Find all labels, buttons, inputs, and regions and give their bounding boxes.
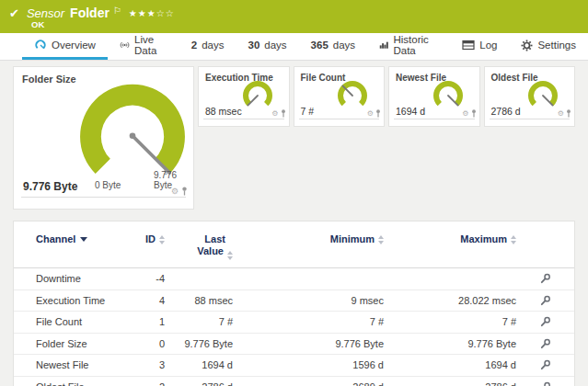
- gauge-settings-icon[interactable]: ⚙: [367, 109, 374, 118]
- mini-gauge-value: 1694 d: [396, 106, 425, 117]
- channel-name-cell: File Count: [14, 316, 143, 327]
- channel-settings-wrench-icon[interactable]: [540, 273, 551, 284]
- channel-settings-wrench-icon[interactable]: [540, 316, 551, 327]
- panel-divider: [21, 197, 186, 198]
- pin-icon[interactable]: [566, 109, 571, 118]
- pin-icon[interactable]: [281, 109, 286, 118]
- tab-live-data[interactable]: Live Data: [108, 33, 179, 60]
- gauge-settings-icon[interactable]: ⚙: [171, 187, 179, 196]
- gauge-icon: [34, 39, 47, 51]
- tab-30-days[interactable]: 30days: [236, 33, 299, 60]
- sensor-title: Folder: [70, 6, 110, 20]
- mini-gauge-panel: Newest File 1694 d ⚙: [388, 66, 480, 127]
- pin-icon[interactable]: [471, 109, 477, 118]
- log-icon: [462, 40, 475, 51]
- mini-gauge-value: 88 msec: [205, 106, 242, 117]
- bar-chart-icon: [379, 40, 388, 51]
- column-header-maximum[interactable]: Maximum: [384, 233, 516, 245]
- sort-icon: [511, 233, 516, 244]
- channel-name-cell: Oldest File: [14, 381, 143, 386]
- tab-log[interactable]: Log: [450, 33, 509, 60]
- tab-365-days[interactable]: 365days: [299, 33, 367, 60]
- last-value-cell: 7 #: [165, 316, 233, 327]
- sort-caret-icon: [80, 237, 87, 242]
- channel-table-body: Downtime -4 Execution Time 4 88 msec 9 m…: [14, 268, 574, 386]
- channel-settings-wrench-icon[interactable]: [540, 359, 551, 370]
- table-row: Execution Time 4 88 msec 9 msec 28.022 m…: [14, 290, 574, 312]
- minimum-cell: 2689 d: [233, 381, 384, 386]
- channel-table-header: Channel ID Last Value Minimum Maximum: [14, 221, 574, 268]
- gauge-settings-icon[interactable]: ⚙: [462, 109, 468, 118]
- column-header-id[interactable]: ID: [143, 233, 165, 245]
- mini-gauge-panel: File Count 7 # ⚙: [294, 66, 386, 127]
- minimum-cell: 7 #: [233, 316, 384, 327]
- channel-name-cell: Folder Size: [14, 338, 143, 349]
- tab-settings[interactable]: Settings: [509, 33, 588, 60]
- panel-divider: [299, 119, 380, 119]
- table-row: Folder Size 0 9.776 Byte 9.776 Byte 9.77…: [14, 334, 574, 356]
- tab-overview[interactable]: Overview: [22, 33, 108, 60]
- last-value-cell: 88 msec: [165, 295, 233, 306]
- priority-flag-icon[interactable]: ⚐: [113, 6, 121, 16]
- channel-table: Channel ID Last Value Minimum Maximum D: [13, 221, 575, 386]
- maximum-cell: 1694 d: [384, 359, 516, 370]
- table-row: Downtime -4: [14, 268, 574, 290]
- gauge-scale-min: 0 Byte: [95, 180, 121, 190]
- sensor-type-label: Sensor: [27, 6, 64, 20]
- tab-2-days[interactable]: 2days: [179, 33, 236, 60]
- panel-divider: [490, 119, 571, 119]
- table-row: File Count 1 7 # 7 # 7 #: [14, 312, 574, 334]
- column-header-last-value[interactable]: Last Value: [165, 233, 233, 260]
- mini-gauges-row: Execution Time 88 msec ⚙ File Count 7 # …: [198, 66, 575, 127]
- maximum-cell: 9.776 Byte: [384, 338, 516, 349]
- minimum-cell: 9.776 Byte: [233, 338, 384, 349]
- channel-id-cell: 1: [143, 316, 165, 327]
- mini-gauge: [239, 77, 276, 114]
- channel-name-cell: Execution Time: [14, 295, 143, 306]
- overview-content: Folder Size $ 0 Byte 9.776 Byte 9.776 By…: [0, 61, 588, 386]
- channel-id-cell: 2: [143, 381, 165, 386]
- gauge-current-value: 9.776 Byte: [23, 180, 77, 193]
- maximum-cell: 2786 d: [384, 381, 516, 386]
- gauge-settings-icon[interactable]: ⚙: [271, 109, 278, 118]
- channel-id-cell: 3: [143, 359, 165, 370]
- sort-icon: [227, 249, 233, 260]
- column-header-minimum[interactable]: Minimum: [233, 233, 384, 245]
- maximum-cell: 7 #: [384, 316, 516, 327]
- table-row: Oldest File 2 2786 d 2689 d 2786 d: [14, 377, 574, 386]
- channel-name-cell: Downtime: [14, 273, 143, 284]
- folder-size-gauge: [75, 80, 190, 183]
- pin-icon[interactable]: [375, 109, 381, 118]
- broadcast-icon: [120, 40, 130, 51]
- folder-size-gauge-panel: Folder Size $ 0 Byte 9.776 Byte 9.776 By…: [13, 66, 194, 210]
- sensor-header: ✔ Sensor Folder ⚐ ★★★☆☆ OK: [0, 0, 588, 33]
- minimum-cell: 1596 d: [233, 359, 384, 370]
- mini-gauge-value: 7 #: [301, 106, 315, 117]
- tab-bar: Overview Live Data 2days 30days 365days: [0, 33, 588, 61]
- mini-gauge-panel: Execution Time 88 msec ⚙: [198, 66, 290, 127]
- pin-icon[interactable]: [181, 187, 188, 196]
- channel-id-cell: 4: [143, 295, 165, 306]
- mini-gauge: [525, 77, 561, 114]
- channel-settings-wrench-icon[interactable]: [540, 381, 551, 386]
- table-row: Newest File 3 1694 d 1596 d 1694 d: [14, 355, 574, 377]
- gauge-settings-icon[interactable]: ⚙: [558, 109, 564, 118]
- last-value-cell: 1694 d: [165, 359, 233, 370]
- rating-stars[interactable]: ★★★☆☆: [129, 8, 175, 18]
- mini-gauge: [430, 77, 467, 114]
- tab-historic-data[interactable]: Historic Data: [367, 33, 450, 60]
- column-header-channel[interactable]: Channel: [14, 233, 143, 245]
- last-value-cell: 9.776 Byte: [165, 338, 233, 349]
- gauge-panel-title: Folder Size: [22, 74, 76, 85]
- last-value-cell: 2786 d: [165, 381, 233, 386]
- gear-icon: [521, 40, 533, 51]
- channel-id-cell: 0: [143, 338, 165, 349]
- sensor-ok-check-icon: ✔: [9, 6, 19, 20]
- minimum-cell: 9 msec: [233, 295, 384, 306]
- channel-settings-wrench-icon[interactable]: [540, 295, 551, 306]
- channel-name-cell: Newest File: [14, 359, 143, 370]
- mini-gauge-value: 2786 d: [491, 106, 521, 117]
- maximum-cell: 28.022 msec: [384, 295, 516, 306]
- channel-id-cell: -4: [143, 273, 165, 284]
- channel-settings-wrench-icon[interactable]: [540, 338, 551, 349]
